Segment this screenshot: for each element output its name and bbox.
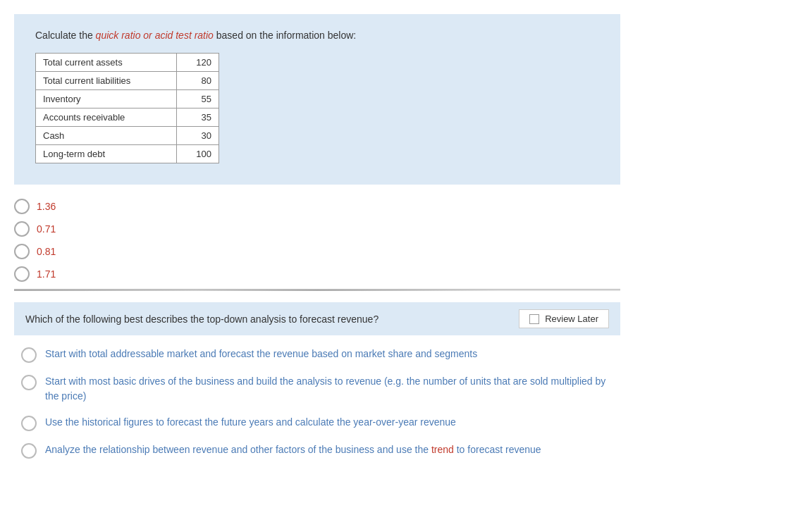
review-later-button[interactable]: Review Later [519,309,609,328]
q2-radio-4[interactable] [21,443,37,459]
q2-option-3[interactable]: Use the historical figures to forecast t… [21,415,620,431]
option-label-0-81: 0.81 [37,246,56,257]
table-cell-label: Total current assets [36,54,177,72]
option-label-1-71: 1.71 [37,268,56,280]
table-row: Total current assets120 [36,54,219,72]
question2-options: Start with total addressable market and … [21,347,620,459]
radio-0-81[interactable] [14,244,30,259]
q2-radio-3[interactable] [21,416,37,431]
table-cell-value: 80 [177,72,219,90]
q2-label-1-part1: Start with total addressable market and … [45,348,477,359]
table-cell-value: 55 [177,90,219,108]
financial-data-table: Total current assets120Total current lia… [35,53,219,163]
question2-header: Which of the following best describes th… [14,302,620,335]
question1-options: 1.36 0.71 0.81 1.71 [14,199,620,282]
q2-label-4: Analyze the relationship between revenue… [45,442,541,457]
table-cell-value: 30 [177,127,219,145]
separator [14,289,620,291]
q2-label-4-text: Analyze the relationship between revenue… [45,444,541,455]
q2-radio-2[interactable] [21,375,37,390]
review-later-label: Review Later [545,314,598,324]
review-checkbox[interactable] [529,314,539,324]
table-row: Accounts receivable35 [36,108,219,127]
radio-1-71[interactable] [14,266,30,282]
table-cell-value: 100 [177,145,219,163]
question2-prompt: Which of the following best describes th… [25,314,379,325]
table-cell-label: Total current liabilities [36,72,177,90]
option-1-71[interactable]: 1.71 [14,266,620,282]
q2-option-1[interactable]: Start with total addressable market and … [21,347,620,363]
table-cell-value: 120 [177,54,219,72]
table-cell-label: Inventory [36,90,177,108]
table-row: Long-term debt100 [36,145,219,163]
table-row: Cash30 [36,127,219,145]
q2-label-1: Start with total addressable market and … [45,347,477,361]
q2-label-3-text: Use the historical figures to forecast t… [45,416,456,428]
option-label-1-36: 1.36 [37,201,56,212]
q2-option-2[interactable]: Start with most basic drives of the busi… [21,374,620,404]
q2-radio-1[interactable] [21,347,37,363]
radio-0-71[interactable] [14,221,30,237]
table-cell-label: Accounts receivable [36,108,177,127]
prompt-highlight: quick ratio or acid test ratio [96,30,214,41]
option-1-36[interactable]: 1.36 [14,199,620,214]
question1-block: Calculate the quick ratio or acid test r… [14,14,620,185]
table-cell-label: Cash [36,127,177,145]
option-0-81[interactable]: 0.81 [14,244,620,259]
prompt-prefix: Calculate the [35,30,96,41]
question1-prompt: Calculate the quick ratio or acid test r… [35,28,599,43]
prompt-suffix: based on the information below: [214,30,356,41]
q2-label-2-text: Start with most basic drives of the busi… [45,376,605,402]
option-0-71[interactable]: 0.71 [14,221,620,237]
table-cell-label: Long-term debt [36,145,177,163]
radio-1-36[interactable] [14,199,30,214]
option-label-0-71: 0.71 [37,223,56,235]
q2-label-3: Use the historical figures to forecast t… [45,415,456,430]
table-row: Total current liabilities80 [36,72,219,90]
q2-option-4[interactable]: Analyze the relationship between revenue… [21,442,620,459]
table-row: Inventory55 [36,90,219,108]
q2-label-2: Start with most basic drives of the busi… [45,374,620,404]
table-cell-value: 35 [177,108,219,127]
